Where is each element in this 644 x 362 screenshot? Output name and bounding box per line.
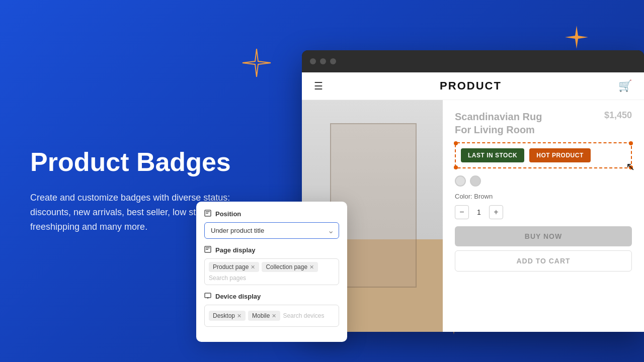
sparkle-decoration-right <box>565 25 589 51</box>
product-color: Color: Brown <box>455 193 632 200</box>
cart-icon[interactable]: 🛒 <box>618 79 632 93</box>
page-title: Product Badges <box>30 148 262 176</box>
device-tags-area[interactable]: Desktop ✕ Mobile ✕ Search devices <box>204 305 339 327</box>
browser-content: ☰ PRODUCT 🛒 Scandinavian Rug For Living … <box>302 72 644 332</box>
device-tag-mobile-close[interactable]: ✕ <box>272 313 276 319</box>
color-swatch-1[interactable] <box>455 175 466 187</box>
panel-section-page: Page display Product page ✕ Collection p… <box>204 246 339 285</box>
browser-mockup: ☰ PRODUCT 🛒 Scandinavian Rug For Living … <box>302 50 644 332</box>
position-select-wrapper[interactable]: Under product title <box>204 222 339 239</box>
device-tag-desktop-label: Desktop <box>213 312 235 319</box>
svg-rect-6 <box>205 293 211 298</box>
quantity-row: − 1 + <box>455 205 632 219</box>
device-tag-mobile-label: Mobile <box>252 312 270 319</box>
device-display-label: Device display <box>215 293 261 300</box>
hamburger-icon[interactable]: ☰ <box>314 80 323 92</box>
product-details: Scandinavian Rug For Living Room $1,450 … <box>443 100 644 332</box>
position-label: Position <box>215 210 241 218</box>
page-tag-collection: Collection page ✕ <box>262 262 318 272</box>
browser-dot-2 <box>320 58 326 64</box>
page-search-placeholder: Search pages <box>209 275 246 282</box>
color-swatch-2[interactable] <box>470 175 481 187</box>
device-display-header: Device display <box>204 292 339 301</box>
device-tag-mobile: Mobile ✕ <box>248 311 280 321</box>
badges-container: LAST IN STOCK HOT PRODUCT ↖ <box>455 142 632 168</box>
sparkle-decoration-top <box>242 48 272 80</box>
buy-now-button[interactable]: BUY NOW <box>455 226 632 246</box>
product-title: Scandinavian Rug For Living Room <box>455 110 555 136</box>
page-tag-product-close[interactable]: ✕ <box>251 264 255 270</box>
position-select[interactable]: Under product title <box>204 222 339 239</box>
product-price: $1,450 <box>604 110 632 121</box>
browser-bar <box>302 50 644 72</box>
badge-corner-tl <box>454 141 458 145</box>
device-search-placeholder: Search devices <box>283 312 324 319</box>
page-tag-collection-label: Collection page <box>266 263 307 270</box>
page-display-icon <box>204 246 211 254</box>
product-area: Scandinavian Rug For Living Room $1,450 … <box>302 100 644 332</box>
device-display-icon <box>204 292 211 301</box>
page-tag-collection-close[interactable]: ✕ <box>309 264 314 270</box>
position-header: Position <box>204 210 339 218</box>
product-title-price: Scandinavian Rug For Living Room $1,450 <box>455 110 632 136</box>
floating-panel: Position Under product title Page displa… <box>196 202 347 342</box>
browser-dot-1 <box>310 58 316 64</box>
page-tag-product: Product page ✕ <box>209 262 259 272</box>
page-display-header: Page display <box>204 246 339 254</box>
quantity-value: 1 <box>474 208 484 216</box>
page-tags-area[interactable]: Product page ✕ Collection page ✕ Search … <box>204 258 339 285</box>
panel-section-position: Position Under product title <box>204 210 339 239</box>
product-brand: PRODUCT <box>440 79 502 93</box>
badge-corner-bl <box>454 165 458 169</box>
page-display-label: Page display <box>215 246 255 254</box>
browser-dot-3 <box>330 58 336 64</box>
badge-last-in-stock: LAST IN STOCK <box>461 148 524 162</box>
add-to-cart-button[interactable]: ADD TO CART <box>455 250 632 272</box>
panel-section-device: Device display Desktop ✕ Mobile ✕ Search… <box>204 292 339 327</box>
quantity-decrease[interactable]: − <box>455 205 469 219</box>
page-tag-product-label: Product page <box>213 263 249 270</box>
device-tag-desktop-close[interactable]: ✕ <box>237 313 242 319</box>
position-icon <box>204 210 211 218</box>
color-swatches <box>455 175 632 187</box>
badge-corner-tr <box>629 141 633 145</box>
product-header: ☰ PRODUCT 🛒 <box>302 72 644 100</box>
cursor-icon: ↖ <box>626 160 635 173</box>
quantity-increase[interactable]: + <box>489 205 503 219</box>
badge-hot-product: HOT PRODUCT <box>529 148 591 162</box>
device-tag-desktop: Desktop ✕ <box>209 311 246 321</box>
